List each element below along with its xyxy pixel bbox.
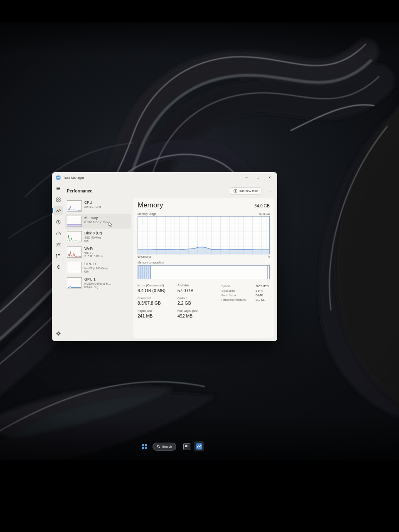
wifi-mini-graph — [67, 246, 82, 258]
selected-indicator — [52, 208, 53, 213]
stat-form-factor-label: Form factor: — [222, 294, 254, 297]
stat-label: Cached — [177, 297, 216, 300]
perf-item-gpu0[interactable]: GPU 0 Intel(R) UHD Grap... 0% — [65, 260, 131, 275]
menu-button[interactable] — [54, 184, 63, 193]
memory-total-capacity: 64.0 GB — [254, 204, 270, 208]
sidebar-item-performance[interactable] — [54, 206, 63, 215]
taskbar-app-icon[interactable] — [183, 443, 190, 450]
services-icon — [56, 264, 61, 270]
maximize-button[interactable]: □ — [252, 173, 264, 182]
performance-list: CPU 2% 4.97 GHz Memory 6.8/63.8 — [64, 197, 133, 338]
startup-apps-icon — [56, 231, 61, 236]
stat-value: 492 MB — [177, 313, 216, 318]
start-button[interactable] — [140, 442, 149, 451]
run-new-task-label: Run new task — [239, 189, 258, 193]
gpu1-mini-graph — [67, 277, 82, 288]
window-title: Task Manager — [63, 176, 84, 180]
perf-item-label: GPU 1 — [84, 277, 111, 281]
stat-value: 241 MB — [138, 313, 177, 318]
windows-start-icon — [142, 444, 147, 449]
stat-value: 2.2 GB — [177, 300, 216, 305]
memory-composition-bar — [138, 265, 270, 279]
task-manager-icon — [56, 175, 61, 180]
sidebar-item-processes[interactable] — [54, 195, 63, 204]
graph-axis-left: 60 seconds — [138, 255, 151, 258]
taskman-sidebar — [52, 183, 64, 341]
perf-item-memory[interactable]: Memory 6.8/63.8 GB (11%) — [65, 214, 131, 229]
memory-usage-curve — [138, 217, 269, 254]
perf-item-label: CPU — [84, 200, 101, 204]
stat-label: Non-paged pool — [177, 309, 216, 312]
composition-hardware-reserved-marker — [267, 266, 268, 279]
settings-gear-icon — [56, 331, 61, 336]
stat-committed: Committed 8.3/67.8 GB — [138, 297, 177, 306]
perf-item-sub2: S: 0 R: 0 Kbps — [84, 255, 103, 258]
sidebar-item-settings[interactable] — [54, 329, 63, 338]
memory-stats-grid: In use (Compressed) 6.4 GB (0 MB) Availa… — [138, 284, 216, 318]
stat-speed-label: Speed: — [222, 285, 254, 288]
sidebar-item-users[interactable] — [54, 240, 63, 249]
composition-in-use-segment — [138, 266, 151, 279]
gpu0-mini-graph — [67, 262, 82, 273]
perf-item-sub2: 0% — [84, 239, 102, 242]
stat-slots-value: 2 of 4 — [256, 289, 269, 292]
memory-usage-max: 63.8 GB — [259, 212, 270, 215]
memory-title: Memory — [138, 201, 163, 209]
stat-hw-reserved-label: Hardware reserved: — [222, 298, 254, 301]
memory-composition-label: Memory composition — [138, 261, 270, 264]
performance-icon — [56, 208, 61, 214]
perf-item-sub: NVIDIA GeForce R... — [84, 282, 111, 285]
perf-item-cpu[interactable]: CPU 2% 4.97 GHz — [65, 199, 131, 213]
sidebar-item-app-history[interactable] — [54, 217, 63, 227]
more-options-button[interactable]: … — [266, 189, 273, 193]
stat-cached: Cached 2.2 GB — [177, 297, 216, 306]
perf-item-disk0[interactable]: Disk 0 (C:) SSD (NVMe) 0% — [65, 229, 131, 244]
stat-label: Paged pool — [138, 309, 177, 312]
perf-item-label: Disk 0 (C:) — [84, 231, 102, 235]
sidebar-item-services[interactable] — [54, 262, 63, 271]
mouse-cursor-icon — [108, 222, 113, 227]
taskbar: Search — [140, 441, 204, 452]
sidebar-item-details[interactable] — [54, 251, 63, 260]
window-titlebar[interactable]: Task Manager – □ ✕ — [52, 172, 277, 183]
task-manager-taskbar-icon — [196, 443, 202, 450]
stat-hw-reserved-value: 212 MB — [256, 298, 269, 301]
stat-value: 57.0 GB — [177, 288, 216, 293]
perf-item-sub: Wi-Fi 2 — [84, 251, 103, 254]
memory-mini-graph — [67, 216, 82, 227]
minimize-button[interactable]: – — [241, 173, 252, 182]
details-icon — [56, 253, 61, 259]
sidebar-item-startup-apps[interactable] — [54, 229, 63, 238]
taskbar-task-manager-button[interactable] — [194, 441, 204, 451]
close-button[interactable]: ✕ — [264, 173, 276, 182]
perf-item-wifi[interactable]: Wi-Fi Wi-Fi 2 S: 0 R: 0 Kbps — [65, 245, 131, 259]
stat-label: Available — [177, 284, 216, 287]
perf-item-sub: Intel(R) UHD Grap... — [84, 267, 110, 270]
perf-item-sub: 6.8/63.8 GB (11%) — [84, 221, 108, 224]
stat-slots-label: Slots used: — [222, 289, 254, 292]
stat-value: 6.4 GB (0 MB) — [138, 288, 177, 293]
stat-non-paged-pool: Non-paged pool 492 MB — [177, 309, 216, 318]
run-new-task-button[interactable]: Run new task — [230, 187, 261, 195]
processes-icon — [56, 197, 61, 202]
disk-mini-graph — [67, 231, 82, 242]
stat-available: Available 57.0 GB — [177, 284, 216, 293]
stat-form-factor-value: DIMM — [256, 294, 269, 297]
stat-label: Committed — [138, 297, 177, 300]
perf-item-gpu1[interactable]: GPU 1 NVIDIA GeForce R... 0% (39 °C) — [65, 276, 131, 290]
users-icon — [56, 242, 61, 247]
stat-speed-value: 2667 MT/s — [256, 285, 269, 288]
search-icon — [157, 445, 160, 448]
desktop-screen: Task Manager – □ ✕ — [0, 22, 399, 460]
taskbar-search[interactable]: Search — [153, 443, 176, 451]
perf-item-sub: 2% 4.97 GHz — [84, 205, 101, 208]
perf-item-label: Memory — [84, 216, 108, 220]
task-manager-window: Task Manager – □ ✕ — [52, 172, 277, 341]
memory-usage-label: Memory usage — [138, 212, 156, 215]
perf-item-sub2: 0% (39 °C) — [84, 286, 111, 288]
memory-detail-panel: Memory 64.0 GB Memory usage 63.8 GB — [133, 198, 274, 338]
page-title: Performance — [67, 189, 92, 193]
stat-label: In use (Compressed) — [138, 284, 177, 287]
memory-usage-graph — [138, 216, 270, 254]
memory-hardware-stats: Speed: 2667 MT/s Slots used: 2 of 4 Form… — [222, 285, 269, 318]
